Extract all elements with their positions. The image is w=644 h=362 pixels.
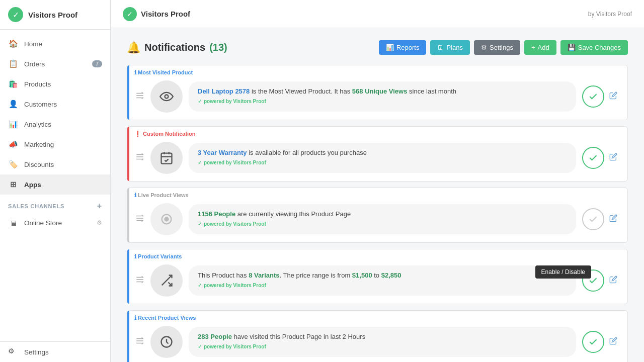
page-title-text: Notifications — [144, 42, 205, 53]
page-title: 🔔 Notifications (13) — [127, 41, 227, 54]
card-type-label: ℹ Most Visited Product — [134, 69, 193, 76]
toggle-button-most-visited[interactable] — [582, 85, 604, 108]
powered-label: ✓ powered by Visitors Proof — [198, 160, 567, 165]
sidebar-item-online-store-label: Online Store — [24, 219, 62, 227]
save-changes-button[interactable]: 💾 Save Changes — [560, 40, 628, 55]
topbar-attribution: by Visitors Proof — [588, 11, 632, 18]
sidebar-item-apps[interactable]: ⊞ Apps — [0, 174, 110, 195]
card-type-label: ℹ Live Product Views — [134, 192, 189, 199]
card-actions — [582, 85, 617, 108]
card-body: This Product has 8 Variants. The price r… — [189, 265, 576, 296]
drag-handle-icon[interactable] — [135, 336, 144, 348]
powered-label: ✓ powered by Visitors Proof — [198, 344, 567, 349]
sidebar-item-orders-label: Orders — [24, 60, 45, 68]
powered-check-icon: ✓ — [198, 160, 202, 165]
notification-card-recent-product-views: ℹ Recent Product Views 283 People have v… — [127, 310, 628, 362]
header-buttons: 📊 Reports 🗓 Plans ⚙ Settings + Add 💾 — [379, 40, 628, 55]
toggle-button-custom-notification[interactable] — [582, 147, 604, 169]
toggle-button-product-variants[interactable] — [582, 269, 604, 292]
toggle-button-recent-product-views[interactable] — [582, 331, 604, 353]
powered-check-icon: ✓ — [198, 99, 202, 104]
settings-icon: ⚙ — [8, 347, 18, 357]
sidebar-item-analytics[interactable]: 📊 Analytics — [0, 114, 110, 134]
analytics-icon: 📊 — [8, 119, 18, 129]
plans-button-label: Plans — [446, 44, 463, 51]
sidebar-item-discounts[interactable]: 🏷️ Discounts — [0, 154, 110, 174]
sidebar: ✓ Visitors Proof 🏠 Home 📋 Orders 7 🛍️ Pr… — [0, 0, 111, 362]
sidebar-item-analytics-label: Analytics — [24, 121, 51, 128]
add-button[interactable]: + Add — [524, 40, 556, 55]
add-icon: + — [531, 44, 535, 51]
notification-card-product-variants: ℹ Product Variants This Product has 8 Va… — [127, 249, 628, 304]
card-actions — [582, 208, 617, 230]
topbar-logo: ✓ Visitors Proof — [123, 7, 190, 21]
sales-channels-label: SALES CHANNELS — [8, 203, 64, 209]
drag-handle-icon[interactable] — [135, 275, 144, 287]
sidebar-item-products-label: Products — [24, 80, 51, 88]
apps-icon: ⊞ — [8, 179, 18, 190]
sidebar-item-customers-label: Customers — [24, 101, 57, 108]
card-actions — [582, 147, 617, 169]
card-type-label: ℹ Recent Product Views — [134, 315, 196, 321]
card-icon — [150, 326, 183, 358]
sidebar-item-home-label: Home — [24, 40, 42, 48]
page-header: 🔔 Notifications (13) 📊 Reports 🗓 Plans ⚙… — [127, 40, 628, 55]
card-body: 1156 People are currently viewing this P… — [189, 204, 576, 234]
discounts-icon: 🏷️ — [8, 159, 18, 169]
drag-handle-icon[interactable] — [135, 91, 144, 103]
online-store-icon: 🖥 — [8, 218, 18, 228]
card-indicator — [127, 311, 129, 362]
topbar: ✓ Visitors Proof by Visitors Proof — [111, 0, 644, 28]
content-area: 🔔 Notifications (13) 📊 Reports 🗓 Plans ⚙… — [111, 28, 644, 362]
sidebar-item-orders[interactable]: 📋 Orders 7 — [0, 54, 110, 74]
sidebar-item-products[interactable]: 🛍️ Products — [0, 74, 110, 94]
notification-card-custom-notification: ❗ Custom Notification 3 Year Warranty is… — [127, 126, 628, 182]
card-body-text: 283 People have visited this Product Pag… — [198, 332, 567, 342]
sidebar-item-home[interactable]: 🏠 Home — [0, 34, 110, 54]
card-icon — [150, 203, 183, 235]
svg-point-21 — [165, 218, 169, 221]
settings-btn-icon: ⚙ — [481, 44, 487, 51]
sidebar-item-online-store[interactable]: 🖥 Online Store ⚙ — [0, 213, 110, 233]
sidebar-item-settings-label: Settings — [24, 348, 49, 356]
card-icon — [150, 142, 183, 174]
notifications-list: ℹ Most Visited Product Dell Laptop 2578 … — [127, 65, 628, 362]
marketing-icon: 📣 — [8, 139, 18, 149]
main-content: ✓ Visitors Proof by Visitors Proof 🔔 Not… — [111, 0, 644, 362]
sidebar-item-marketing[interactable]: 📣 Marketing — [0, 134, 110, 154]
bell-icon: 🔔 — [127, 41, 140, 54]
orders-badge: 7 — [92, 60, 102, 67]
card-type-label: ℹ Product Variants — [134, 253, 182, 260]
reports-button[interactable]: 📊 Reports — [379, 40, 427, 55]
card-body-text: 3 Year Warranty is available for all pro… — [198, 148, 567, 158]
edit-button-custom-notification[interactable] — [609, 153, 617, 163]
card-indicator — [127, 127, 129, 181]
edit-button-most-visited[interactable] — [609, 92, 617, 102]
notification-card-inner: 283 People have visited this Product Pag… — [127, 311, 627, 362]
sidebar-item-settings[interactable]: ⚙ Settings — [0, 341, 110, 362]
sales-channels-section: SALES CHANNELS + — [0, 195, 110, 213]
card-type-label: ❗ Custom Notification — [134, 131, 196, 137]
card-indicator — [127, 249, 129, 304]
add-sales-channel-button[interactable]: + — [97, 202, 102, 211]
sidebar-item-apps-label: Apps — [24, 181, 41, 189]
sidebar-nav: 🏠 Home 📋 Orders 7 🛍️ Products 👤 Customer… — [0, 30, 110, 341]
notification-card-inner: Dell Laptop 2578 is the Most Viewed Prod… — [127, 65, 627, 120]
home-icon: 🏠 — [8, 39, 18, 49]
card-icon — [150, 80, 183, 113]
edit-button-recent-product-views[interactable] — [609, 337, 617, 347]
card-actions: Enable / Disable — [582, 269, 617, 292]
notification-card-inner: This Product has 8 Variants. The price r… — [127, 249, 627, 304]
card-body-text: This Product has 8 Variants. The price r… — [198, 270, 567, 281]
online-store-settings-icon: ⚙ — [97, 219, 102, 226]
drag-handle-icon[interactable] — [135, 152, 144, 164]
reports-button-label: Reports — [396, 44, 420, 51]
sidebar-item-customers[interactable]: 👤 Customers — [0, 94, 110, 114]
topbar-logo-icon: ✓ — [123, 7, 137, 21]
drag-handle-icon[interactable] — [135, 214, 144, 225]
toggle-button-live-product-views[interactable] — [582, 208, 604, 230]
plans-button[interactable]: 🗓 Plans — [430, 40, 470, 55]
edit-button-product-variants[interactable] — [609, 276, 617, 286]
settings-button[interactable]: ⚙ Settings — [474, 40, 520, 55]
edit-button-live-product-views[interactable] — [609, 214, 617, 224]
